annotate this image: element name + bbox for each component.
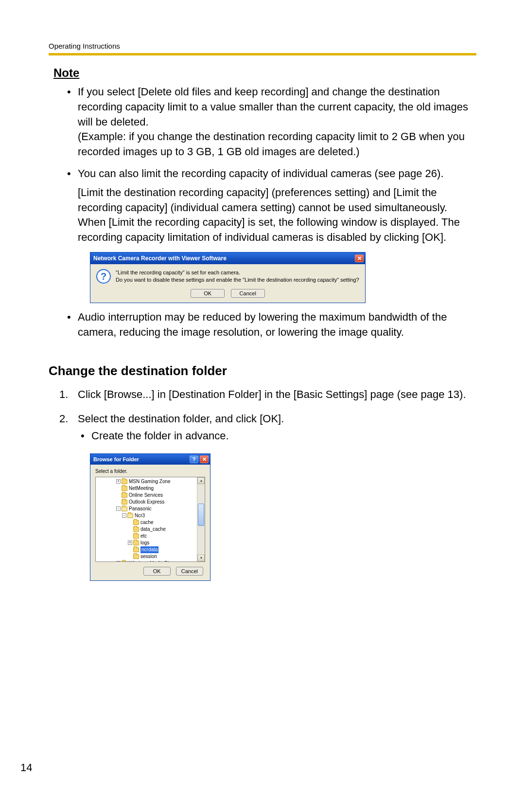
scroll-track[interactable]: [197, 484, 205, 555]
folder-icon: [122, 493, 127, 498]
folder-icon: [122, 506, 127, 511]
tree-item-label: data_cache: [140, 526, 166, 533]
tree-item[interactable]: +Windows Media Player: [99, 560, 197, 561]
tree-item[interactable]: -Ncr3: [99, 512, 197, 519]
tree-item[interactable]: session: [99, 553, 197, 560]
scroll-up-icon[interactable]: ▴: [197, 477, 205, 484]
tree-item-label: session: [140, 553, 157, 560]
dialog-message-line: "Limit the recording capacity" is set fo…: [116, 269, 359, 276]
step-text: Select the destination folder, and click…: [78, 413, 284, 425]
note-text: If you select [Delete old files and keep…: [78, 86, 468, 128]
folder-icon: [133, 547, 139, 552]
tree-item-label: Panasonic: [129, 505, 152, 512]
dialog-title: Browse for Folder: [93, 456, 139, 462]
note-list-continued: Audio interruption may be reduced by low…: [78, 310, 476, 340]
dialog-titlebar: Network Camera Recorder with Viewer Soft…: [90, 253, 365, 264]
collapse-icon[interactable]: -: [122, 513, 126, 518]
scroll-thumb[interactable]: [198, 504, 204, 526]
folder-icon: [133, 554, 139, 559]
folder-tree-container: +MSN Gaming ZoneNetMeetingOnline Service…: [95, 477, 205, 562]
close-icon[interactable]: ✕: [355, 254, 364, 262]
tree-item-label: ncrdata: [140, 546, 158, 553]
cancel-button[interactable]: Cancel: [176, 567, 203, 576]
tree-item-label: MSN Gaming Zone: [129, 478, 171, 485]
step-text: Click [Browse...] in [Destination Folder…: [78, 388, 466, 400]
header-rule: [49, 53, 476, 55]
browse-folder-dialog: Browse for Folder ? ✕ Select a folder. +…: [90, 453, 210, 581]
expand-icon[interactable]: +: [116, 479, 121, 484]
note-text: When [Limit the recording capacity] is s…: [78, 215, 476, 245]
folder-icon: [122, 486, 127, 491]
tree-item-label: Windows Media Player: [129, 560, 178, 561]
note-list: If you select [Delete old files and keep…: [78, 85, 476, 245]
expand-icon[interactable]: +: [128, 541, 132, 545]
folder-tree[interactable]: +MSN Gaming ZoneNetMeetingOnline Service…: [96, 477, 197, 561]
note-item: You can also limit the recording capacit…: [78, 166, 476, 245]
tree-item-label: NetMeeting: [129, 485, 154, 492]
note-text: Audio interruption may be reduced by low…: [78, 311, 447, 338]
tree-item[interactable]: cache: [99, 519, 197, 526]
section-heading: Change the destination folder: [49, 363, 476, 379]
tree-item[interactable]: NetMeeting: [99, 485, 197, 492]
folder-icon: [133, 520, 139, 525]
tree-item-label: Ncr3: [135, 512, 145, 519]
tree-item[interactable]: ncrdata: [99, 546, 197, 553]
scrollbar[interactable]: ▴ ▾: [197, 477, 205, 561]
note-item: If you select [Delete old files and keep…: [78, 85, 476, 160]
tree-item[interactable]: Online Services: [99, 492, 197, 499]
folder-icon: [133, 527, 139, 532]
scroll-down-icon[interactable]: ▾: [197, 555, 205, 561]
tree-item[interactable]: Outlook Express: [99, 499, 197, 505]
note-item: Audio interruption may be reduced by low…: [78, 310, 476, 340]
note-text: (Example: if you change the destination …: [78, 130, 465, 158]
note-heading: Note: [53, 66, 476, 80]
steps-list: Click [Browse...] in [Destination Folder…: [78, 387, 476, 444]
ok-button[interactable]: OK: [143, 567, 171, 576]
tree-item-label: cache: [140, 519, 154, 526]
tree-item[interactable]: +logs: [99, 540, 197, 546]
tree-item-label: Outlook Express: [129, 499, 164, 505]
tree-item-label: logs: [140, 540, 149, 546]
ok-button[interactable]: OK: [191, 289, 225, 298]
note-text: You can also limit the recording capacit…: [78, 166, 476, 181]
tree-item[interactable]: -Panasonic: [99, 505, 197, 512]
close-icon[interactable]: ✕: [200, 455, 209, 463]
tree-item-label: Online Services: [129, 492, 163, 499]
dialog-title: Network Camera Recorder with Viewer Soft…: [93, 255, 227, 262]
folder-icon: [122, 479, 127, 484]
cancel-button[interactable]: Cancel: [231, 289, 265, 298]
dialog-titlebar: Browse for Folder ? ✕: [90, 454, 210, 465]
tree-item[interactable]: data_cache: [99, 526, 197, 533]
running-header: Operating Instructions: [49, 42, 476, 50]
dialog-message: "Limit the recording capacity" is set fo…: [116, 269, 359, 284]
folder-icon: [127, 513, 133, 518]
help-icon[interactable]: ?: [190, 455, 198, 463]
folder-icon: [133, 534, 139, 539]
page-number: 14: [20, 761, 32, 774]
tree-item-label: etc: [140, 533, 147, 540]
folder-icon: [122, 561, 127, 561]
expand-icon[interactable]: +: [116, 561, 121, 561]
step-item: Select the destination folder, and click…: [78, 412, 476, 444]
folder-icon: [133, 541, 139, 545]
step-item: Click [Browse...] in [Destination Folder…: [78, 387, 476, 402]
collapse-icon[interactable]: -: [116, 506, 121, 511]
dialog-message-line: Do you want to disable these settings an…: [116, 276, 359, 284]
step-subitem: Create the folder in advance.: [78, 429, 476, 444]
note-text: [Limit the destination recording capacit…: [78, 185, 476, 216]
question-icon: ?: [96, 269, 111, 284]
folder-icon: [122, 500, 127, 505]
tree-item[interactable]: etc: [99, 533, 197, 540]
tree-item[interactable]: +MSN Gaming Zone: [99, 478, 197, 485]
dialog-prompt: Select a folder.: [90, 465, 210, 477]
confirm-dialog: Network Camera Recorder with Viewer Soft…: [90, 252, 366, 303]
